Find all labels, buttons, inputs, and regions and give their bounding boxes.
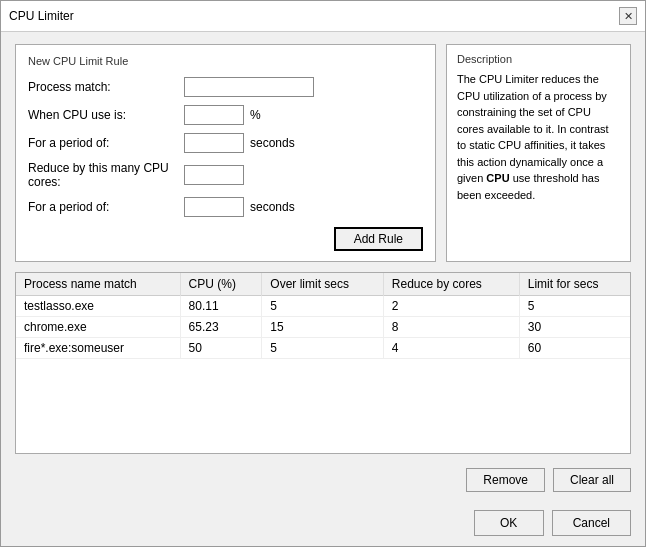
cpu-use-unit: % [250,108,261,122]
rules-table: Process name match CPU (%) Over limit se… [16,273,630,359]
col-cpu: CPU (%) [180,273,262,296]
table-cell: 50 [180,338,262,359]
period-2-input[interactable] [184,197,244,217]
period-2-row: For a period of: seconds [28,197,423,217]
table-cell: 15 [262,317,384,338]
table-cell: 30 [519,317,630,338]
cpu-use-input[interactable] [184,105,244,125]
col-process-name: Process name match [16,273,180,296]
period-2-label: For a period of: [28,200,178,214]
period-2-unit: seconds [250,200,295,214]
remove-button[interactable]: Remove [466,468,545,492]
table-row[interactable]: fire*.exe:someuser505460 [16,338,630,359]
table-cell: fire*.exe:someuser [16,338,180,359]
reduce-cores-label: Reduce by this many CPU cores: [28,161,178,189]
ok-button[interactable]: OK [474,510,544,536]
cpu-use-label: When CPU use is: [28,108,178,122]
table-cell: testlasso.exe [16,296,180,317]
period-1-input[interactable] [184,133,244,153]
description-panel: Description The CPU Limiter reduces the … [446,44,631,262]
period-1-unit: seconds [250,136,295,150]
table-cell: 4 [383,338,519,359]
table-cell: 8 [383,317,519,338]
title-bar: CPU Limiter ✕ [1,1,645,32]
table-cell: 5 [262,296,384,317]
cancel-button[interactable]: Cancel [552,510,631,536]
bottom-buttons-row: Remove Clear all [15,468,631,492]
table-cell: 60 [519,338,630,359]
close-button[interactable]: ✕ [619,7,637,25]
process-match-row: Process match: [28,77,423,97]
table-header-row: Process name match CPU (%) Over limit se… [16,273,630,296]
table-cell: 5 [262,338,384,359]
table-row[interactable]: chrome.exe65.2315830 [16,317,630,338]
table-cell: chrome.exe [16,317,180,338]
window-title: CPU Limiter [9,9,74,23]
col-reduce-cores: Reduce by cores [383,273,519,296]
clear-all-button[interactable]: Clear all [553,468,631,492]
table-row[interactable]: testlasso.exe80.11525 [16,296,630,317]
reduce-cores-input[interactable] [184,165,244,185]
add-rule-row: Add Rule [28,227,423,251]
add-rule-button[interactable]: Add Rule [334,227,423,251]
rules-table-section: Process name match CPU (%) Over limit se… [15,272,631,454]
form-panel: New CPU Limit Rule Process match: When C… [15,44,436,262]
reduce-cores-row: Reduce by this many CPU cores: [28,161,423,189]
col-over-limit: Over limit secs [262,273,384,296]
cpu-highlight: CPU [486,172,509,184]
form-panel-title: New CPU Limit Rule [28,55,423,67]
table-cell: 2 [383,296,519,317]
table-cell: 65.23 [180,317,262,338]
footer-row: OK Cancel [1,504,645,546]
table-cell: 5 [519,296,630,317]
process-match-input[interactable] [184,77,314,97]
top-section: New CPU Limit Rule Process match: When C… [15,44,631,262]
description-text: The CPU Limiter reduces the CPU utilizat… [457,71,620,203]
period-1-row: For a period of: seconds [28,133,423,153]
cpu-limiter-window: CPU Limiter ✕ New CPU Limit Rule Process… [0,0,646,547]
col-limit-secs: Limit for secs [519,273,630,296]
window-content: New CPU Limit Rule Process match: When C… [1,32,645,504]
table-cell: 80.11 [180,296,262,317]
cpu-use-row: When CPU use is: % [28,105,423,125]
period-1-label: For a period of: [28,136,178,150]
process-match-label: Process match: [28,80,178,94]
description-title: Description [457,53,620,65]
